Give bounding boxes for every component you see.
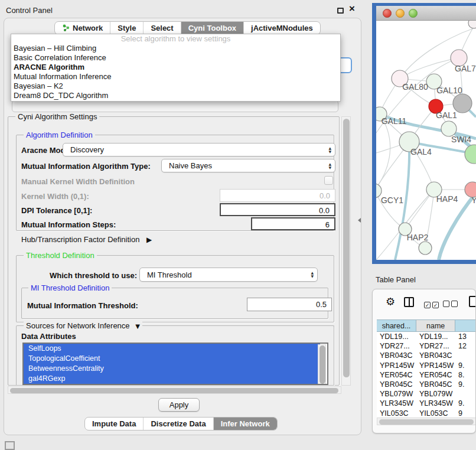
table-cell: 9. [455, 399, 476, 408]
chevron-down-icon: ▼ [135, 323, 140, 330]
manual-kernel-checkbox[interactable] [324, 176, 333, 185]
tab-label: Impute Data [92, 419, 136, 428]
select-all-checked-icon[interactable]: ✓✓ [424, 299, 439, 309]
algorithm-option[interactable]: Mutual Information Inference [11, 72, 340, 81]
tab-style[interactable]: Style [110, 22, 143, 34]
kernel-width-label: Kernel Width (0,1): [21, 192, 89, 201]
aracne-mode-value: Discovery [70, 145, 104, 154]
hub-definition-label: Hub/Transcription Factor Definition [21, 235, 139, 244]
dpi-tolerance-field[interactable]: 0.0 [220, 203, 335, 216]
data-attribute-item[interactable]: SelfLoops [24, 344, 320, 354]
float-window-icon[interactable] [337, 8, 344, 14]
dpi-tolerance-label: DPI Tolerance [0,1]: [21, 206, 92, 215]
network-node[interactable] [419, 242, 432, 255]
panel-divider-collapse-icon[interactable] [358, 218, 361, 223]
network-node-label: GAL4 [410, 147, 432, 156]
minimize-light-icon[interactable] [396, 9, 405, 18]
settings-vertical-scrollbar[interactable] [341, 116, 351, 386]
close-light-icon[interactable] [383, 9, 392, 18]
table-row[interactable]: YBL079WYBL079W [377, 389, 476, 399]
corner-widget-icon[interactable] [5, 441, 15, 450]
algorithm-option[interactable]: ARACNE Algorithm [11, 63, 340, 72]
tab-label: Discretize Data [151, 419, 206, 428]
network-node[interactable] [465, 145, 476, 164]
tab-network[interactable]: Network [55, 22, 110, 34]
apply-button[interactable]: Apply [158, 398, 200, 412]
algorithm-option[interactable]: Basic Correlation Inference [11, 53, 340, 63]
aracne-mode-select[interactable]: Discovery ▲▼ [63, 143, 335, 156]
settings-horizontal-scrollbar-thumb[interactable] [10, 388, 338, 393]
table-row[interactable]: YIL053CYIL053C9 [377, 409, 476, 418]
table-cell: YBR045C [377, 380, 416, 389]
algorithm-option[interactable]: Dream8 DC_TDC Algorithm [11, 91, 340, 100]
table-row[interactable]: YLR345WYLR345W9. [377, 399, 476, 408]
gear-icon[interactable]: ⚙ [386, 295, 395, 308]
network-canvas[interactable]: GAL7GAL80GAL10GAL1GAL11SWI4GAL4GCY1HAP4Y… [376, 21, 476, 260]
network-node-label: GAL1 [436, 110, 457, 120]
table-row[interactable]: YPR145WYPR145W9. [377, 361, 476, 370]
algorithm-option[interactable]: Bayesian – K2 [11, 81, 340, 91]
table-row[interactable]: YDL19...YDL19...13 [377, 332, 476, 341]
mi-threshold-field[interactable]: 0.5 [247, 298, 332, 311]
which-threshold-select[interactable]: MI Threshold ▲▼ [139, 268, 318, 282]
table-column-header[interactable] [455, 319, 476, 332]
tab-label: Style [118, 24, 136, 32]
data-attributes-list: SelfLoopsTopologicalCoefficientBetweenne… [22, 343, 328, 385]
network-node-label: GAL11 [382, 116, 407, 126]
table-row[interactable]: YER054CYER054C8. [377, 370, 476, 380]
network-node-label: SWI4 [451, 135, 471, 144]
data-attribute-item[interactable]: gal4RGexp [24, 374, 320, 384]
table-cell: YDR27... [416, 341, 455, 351]
attributes-list-scrollbar-thumb[interactable] [319, 345, 325, 384]
settings-horizontal-scrollbar[interactable] [8, 386, 341, 394]
table-cell: YER054C [377, 370, 416, 380]
table-column-header[interactable]: name [416, 319, 455, 332]
network-window-titlebar[interactable] [376, 6, 476, 21]
data-attribute-item[interactable]: TopologicalCoefficient [24, 354, 320, 364]
table-cell [455, 389, 476, 399]
tab-discretize-data[interactable]: Discretize Data [143, 418, 213, 430]
zoom-light-icon[interactable] [409, 9, 418, 18]
table-row[interactable]: YBR043CYBR043C [377, 351, 476, 360]
algorithm-dropdown-placeholder: Select algorithm to view settings [11, 34, 340, 44]
document-icon[interactable] [469, 296, 476, 307]
stepper-icon: ▲▼ [311, 271, 314, 278]
table-cell [455, 351, 476, 360]
tab-impute-data[interactable]: Impute Data [85, 418, 143, 430]
table-cell: 8. [455, 370, 476, 380]
mi-type-value: Naive Bayes [169, 161, 212, 170]
settings-vertical-scrollbar-thumb[interactable] [343, 119, 350, 377]
select-none-icon[interactable] [443, 299, 458, 309]
mi-type-select[interactable]: Naive Bayes ▲▼ [161, 159, 335, 172]
table-horizontal-scrollbar[interactable] [377, 418, 476, 425]
table-horizontal-scrollbar-thumb[interactable] [379, 419, 474, 425]
mi-steps-label: Mutual Information Steps: [21, 220, 116, 229]
table-cell: YLR345W [377, 399, 416, 408]
sources-toggle[interactable]: Sources for Network Inference ▼ [24, 321, 142, 330]
mi-steps-field[interactable]: 6 [251, 217, 335, 230]
tab-cyni-toolbox[interactable]: Cyni Toolbox [181, 22, 243, 34]
close-icon[interactable]: × [349, 3, 355, 15]
split-columns-icon[interactable] [404, 297, 414, 307]
tab-infer-network[interactable]: Infer Network [213, 418, 277, 430]
control-panel-title: Control Panel [6, 6, 53, 15]
hub-definition-toggle[interactable]: Hub/Transcription Factor Definition ▶ [21, 235, 152, 244]
table-cell: YBL079W [377, 389, 416, 399]
data-attribute-item[interactable]: BetweennessCentrality [24, 364, 320, 374]
stepper-icon: ▲▼ [328, 146, 331, 154]
kernel-width-field[interactable]: 0.0 [220, 189, 335, 202]
network-node[interactable] [468, 21, 476, 28]
table-row[interactable]: YDR27...YDR27...12 [377, 341, 476, 351]
attributes-list-scrollbar[interactable] [318, 344, 326, 384]
algorithm-option[interactable]: Bayesian – Hill Climbing [11, 44, 340, 53]
table-column-header[interactable]: shared... [377, 319, 416, 332]
table-row[interactable]: YBR045CYBR045C9. [377, 380, 476, 389]
tab-label: Cyni Toolbox [188, 24, 236, 32]
table-cell: YBL079W [416, 389, 455, 399]
tab-jactivemnodules[interactable]: jActiveMNodules [243, 22, 320, 34]
tab-label: Network [73, 24, 103, 32]
tab-select[interactable]: Select [143, 22, 180, 34]
sources-label: Sources for Network Inference [26, 321, 130, 330]
table-cell: YDL19... [377, 332, 416, 341]
tab-label: Select [151, 24, 173, 32]
